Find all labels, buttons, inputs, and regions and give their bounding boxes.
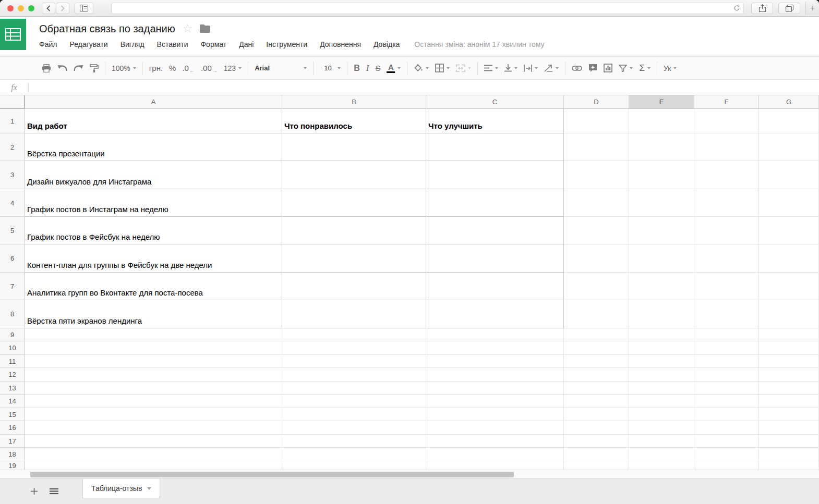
cell-F8[interactable] [694, 300, 759, 328]
cell-C5[interactable] [426, 217, 564, 244]
text-rotation-button[interactable] [541, 62, 562, 75]
address-bar[interactable] [111, 3, 744, 14]
column-header-D[interactable]: D [564, 95, 629, 109]
cell-G8[interactable] [759, 300, 819, 328]
cell-B13[interactable] [282, 382, 426, 395]
horizontal-align-button[interactable] [481, 62, 501, 75]
cell-E16[interactable] [629, 421, 694, 435]
cell-C12[interactable] [426, 368, 564, 382]
menu-item-0[interactable]: Файл [39, 39, 57, 50]
cell-A13[interactable] [25, 382, 282, 395]
vertical-align-button[interactable] [501, 62, 521, 75]
menu-item-4[interactable]: Формат [200, 39, 226, 50]
redo-button[interactable] [70, 62, 87, 75]
row-header-3[interactable]: 3 [0, 161, 25, 189]
cell-F9[interactable] [694, 328, 759, 341]
cell-A19[interactable] [25, 461, 282, 470]
menu-item-6[interactable]: Інструменти [266, 39, 307, 50]
cell-G4[interactable] [759, 189, 819, 217]
cell-B19[interactable] [282, 461, 426, 470]
cell-A10[interactable] [25, 341, 282, 355]
sheet-tab-menu-icon[interactable] [147, 487, 151, 490]
cell-A6[interactable]: Контент-план для группы в Фейсбук на две… [25, 244, 282, 273]
cell-F18[interactable] [694, 448, 759, 461]
cell-E6[interactable] [629, 244, 694, 273]
tab-overview-button[interactable] [778, 3, 800, 14]
cell-D6[interactable] [564, 244, 629, 273]
cell-C11[interactable] [426, 355, 564, 368]
cell-D19[interactable] [564, 461, 629, 470]
row-header-6[interactable]: 6 [0, 244, 25, 273]
merge-cells-button[interactable] [453, 62, 474, 75]
cell-A18[interactable] [25, 448, 282, 461]
cell-G12[interactable] [759, 368, 819, 382]
borders-button[interactable] [432, 62, 453, 75]
cell-F10[interactable] [694, 341, 759, 355]
row-header-13[interactable]: 13 [0, 382, 25, 395]
cell-D2[interactable] [564, 133, 629, 161]
cell-F14[interactable] [694, 395, 759, 408]
row-header-18[interactable]: 18 [0, 448, 25, 461]
zoom-window-button[interactable] [28, 5, 34, 11]
strikethrough-button[interactable]: S [372, 62, 383, 75]
menu-item-5[interactable]: Дані [239, 39, 254, 50]
cell-B15[interactable] [282, 408, 426, 421]
cell-F16[interactable] [694, 421, 759, 435]
close-window-button[interactable] [7, 5, 14, 11]
insert-link-button[interactable] [569, 62, 585, 75]
cell-B18[interactable] [282, 448, 426, 461]
cell-C17[interactable] [426, 435, 564, 448]
column-header-A[interactable]: A [25, 95, 282, 109]
cell-C13[interactable] [426, 382, 564, 395]
cell-E19[interactable] [629, 461, 694, 470]
cell-G1[interactable] [759, 109, 819, 133]
cell-B2[interactable] [282, 133, 426, 161]
cell-A14[interactable] [25, 395, 282, 408]
row-header-7[interactable]: 7 [0, 273, 25, 300]
sheets-logo-icon[interactable] [0, 19, 26, 50]
cell-E7[interactable] [629, 273, 694, 300]
bold-button[interactable]: B [351, 62, 363, 75]
fill-color-button[interactable] [411, 62, 432, 75]
filter-button[interactable] [616, 62, 636, 75]
cell-E5[interactable] [629, 217, 694, 244]
cell-D5[interactable] [564, 217, 629, 244]
zoom-select[interactable]: 100% [109, 62, 139, 75]
cell-D7[interactable] [564, 273, 629, 300]
cell-F7[interactable] [694, 273, 759, 300]
forward-button[interactable] [56, 3, 69, 14]
cell-B5[interactable] [282, 217, 426, 244]
decrease-decimal-button[interactable]: .0← [179, 62, 198, 75]
cell-B4[interactable] [282, 189, 426, 217]
functions-button[interactable]: Σ [636, 62, 654, 75]
row-header-2[interactable]: 2 [0, 133, 25, 161]
format-percent-button[interactable]: % [166, 62, 179, 75]
cell-C15[interactable] [426, 408, 564, 421]
row-header-16[interactable]: 16 [0, 421, 25, 435]
cell-D12[interactable] [564, 368, 629, 382]
cell-C14[interactable] [426, 395, 564, 408]
cell-D14[interactable] [564, 395, 629, 408]
italic-button[interactable]: I [363, 62, 372, 75]
cell-C4[interactable] [426, 189, 564, 217]
cell-B10[interactable] [282, 341, 426, 355]
cell-C18[interactable] [426, 448, 564, 461]
cell-E4[interactable] [629, 189, 694, 217]
cell-G18[interactable] [759, 448, 819, 461]
cell-C7[interactable] [426, 273, 564, 300]
row-header-8[interactable]: 8 [0, 300, 25, 328]
cell-A16[interactable] [25, 421, 282, 435]
column-header-B[interactable]: B [282, 95, 426, 109]
insert-comment-button[interactable] [585, 62, 600, 75]
cell-A1[interactable]: Вид работ [25, 109, 282, 133]
cell-C9[interactable] [426, 328, 564, 341]
cell-D3[interactable] [564, 161, 629, 189]
row-header-17[interactable]: 17 [0, 435, 25, 448]
cell-G17[interactable] [759, 435, 819, 448]
sheet-tab[interactable]: Таблица-отзыв [82, 479, 160, 498]
cell-D9[interactable] [564, 328, 629, 341]
cell-E18[interactable] [629, 448, 694, 461]
cell-A2[interactable]: Вёрстка презентации [25, 133, 282, 161]
cell-F4[interactable] [694, 189, 759, 217]
cell-G6[interactable] [759, 244, 819, 273]
